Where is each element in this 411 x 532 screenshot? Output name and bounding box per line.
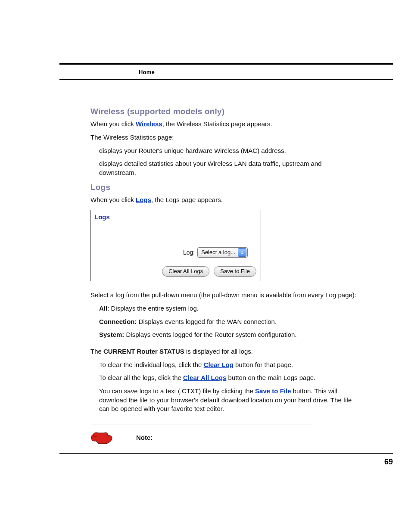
text: , the Logs page appears.: [151, 196, 223, 203]
list-item: To clear all the logs, click the Clear A…: [99, 373, 358, 383]
paragraph: The Wireless Statistics page:: [90, 133, 358, 142]
note-label: Note:: [136, 433, 153, 442]
paragraph: The CURRENT Router STATUS is displayed f…: [90, 347, 358, 356]
link-wireless[interactable]: Wireless: [136, 120, 162, 128]
list-item: displays your Router's unique hardware W…: [99, 146, 358, 156]
list-item: Connection: Displays events logged for t…: [99, 317, 358, 327]
list-item: To clear the individual logs, click the …: [99, 361, 358, 370]
text: You can save logs to a text (.CTXT) file…: [99, 387, 255, 395]
text: Displays events logged for the WAN conne…: [137, 318, 277, 325]
paragraph: When you click Logs, the Logs page appea…: [90, 196, 358, 205]
text: To clear all the logs, click the: [99, 374, 183, 381]
save-to-file-button[interactable]: Save to File: [214, 266, 256, 277]
select-label: Log:: [183, 249, 195, 257]
text: When you click: [90, 120, 136, 128]
link-clear-all-logs[interactable]: Clear All Logs: [183, 374, 226, 381]
panel-button-row: Clear All Logs Save to File: [91, 258, 261, 281]
text: , the Wireless Statistics page appears.: [162, 120, 272, 128]
text: To clear the individual logs, click the: [99, 361, 204, 368]
header-bar: Home: [59, 63, 393, 80]
clear-all-logs-button[interactable]: Clear All Logs: [162, 266, 209, 277]
list-item: System: Displays events logged for the R…: [99, 330, 358, 339]
text: Displays events logged for the Router sy…: [124, 331, 296, 338]
section-heading-wireless: Wireless (supported models only): [90, 106, 358, 117]
breadcrumb: Home: [139, 69, 155, 75]
logs-panel: Logs Log: Select a log... Clear All Logs…: [90, 210, 261, 282]
chevron-updown-icon: [238, 248, 246, 257]
log-select[interactable]: Select a log...: [197, 247, 248, 258]
label-current-status: CURRENT Router STATUS: [103, 348, 184, 355]
section-heading-logs: Logs: [90, 182, 358, 193]
link-logs[interactable]: Logs: [136, 196, 151, 203]
text: button on the main Logs page.: [226, 374, 315, 381]
footer-rule: [59, 453, 393, 454]
text: is displayed for all logs.: [184, 348, 253, 355]
note-box: Note:: [90, 424, 312, 445]
list-item: You can save logs to a text (.CTXT) file…: [99, 387, 358, 414]
panel-title: Logs: [91, 210, 261, 222]
paragraph: When you click Wireless, the Wireless St…: [90, 120, 358, 129]
list-item: displays detailed statistics about your …: [99, 159, 358, 177]
page-number: 69: [384, 457, 393, 467]
text: When you click: [90, 196, 136, 203]
text: button for that page.: [234, 361, 293, 368]
list-item: All: Displays the entire system log.: [99, 304, 358, 313]
text: : Displays the entire system log.: [107, 305, 199, 312]
paragraph: Select a log from the pull-down menu (th…: [90, 291, 358, 300]
log-select-row: Log: Select a log...: [91, 247, 261, 258]
link-clear-log[interactable]: Clear Log: [204, 361, 234, 368]
select-value: Select a log...: [201, 249, 235, 256]
page-body: Wireless (supported models only) When yo…: [90, 106, 358, 445]
label-connection: Connection:: [99, 318, 137, 325]
pointing-hand-icon: [90, 430, 113, 445]
label-all: All: [99, 305, 107, 312]
text: The: [90, 348, 103, 355]
link-save-to-file[interactable]: Save to File: [255, 387, 291, 395]
label-system: System:: [99, 331, 124, 338]
